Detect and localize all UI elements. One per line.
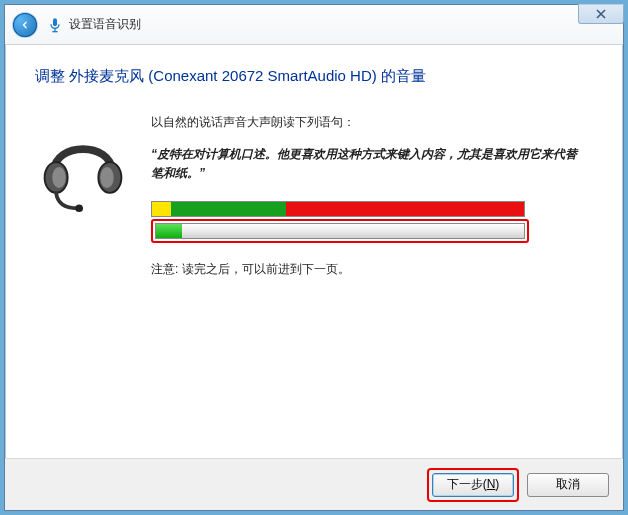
- next-button[interactable]: 下一步(N): [432, 473, 514, 497]
- volume-level-meter: [151, 201, 525, 217]
- input-level-fill: [156, 224, 182, 238]
- footer: 下一步(N) 取消: [5, 458, 623, 510]
- wizard-dialog: 设置语音识别 调整 外接麦克风 (Conexant 20672 SmartAud…: [4, 4, 624, 511]
- close-button[interactable]: [578, 4, 624, 24]
- arrow-left-icon: [19, 19, 31, 31]
- instruction-text: 以自然的说话声音大声朗读下列语句：: [151, 114, 587, 131]
- window-title: 设置语音识别: [69, 16, 141, 33]
- next-button-highlight: 下一步(N): [427, 468, 519, 502]
- microphone-icon: [47, 17, 63, 33]
- titlebar: 设置语音识别: [5, 5, 623, 45]
- page-heading: 调整 外接麦克风 (Conexant 20672 SmartAudio HD) …: [35, 67, 593, 86]
- svg-point-7: [75, 204, 83, 212]
- input-level-bar: [155, 223, 525, 239]
- meter-green-zone: [171, 202, 286, 216]
- svg-point-6: [100, 167, 113, 188]
- svg-rect-0: [53, 18, 57, 26]
- next-label-suffix: ): [495, 477, 499, 491]
- note-text: 注意: 读完之后，可以前进到下一页。: [151, 261, 587, 278]
- cancel-button[interactable]: 取消: [527, 473, 609, 497]
- input-level-highlight: [151, 219, 529, 243]
- close-icon: [596, 9, 606, 19]
- meter-yellow-zone: [152, 202, 171, 216]
- meter-red-zone: [286, 202, 524, 216]
- headset-icon: [35, 118, 131, 214]
- content-area: 调整 外接麦克风 (Conexant 20672 SmartAudio HD) …: [5, 45, 623, 458]
- next-label-prefix: 下一步(: [447, 477, 487, 491]
- back-button[interactable]: [13, 13, 37, 37]
- sample-sentence: “皮特在对计算机口述。他更喜欢用这种方式来键入内容，尤其是喜欢用它来代替笔和纸。…: [151, 145, 587, 183]
- svg-point-5: [52, 167, 65, 188]
